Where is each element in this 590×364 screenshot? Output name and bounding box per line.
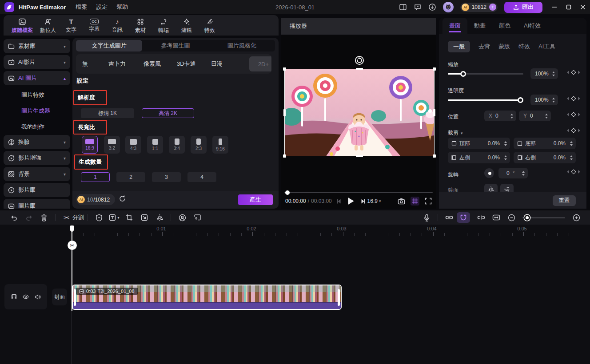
stepper-arrows[interactable] [570,155,573,160]
split-label[interactable]: 分割 [72,214,84,222]
maximize-icon[interactable] [566,4,571,10]
crop-right-field[interactable]: 右側 0.0% [514,152,576,163]
sidebar-item-background[interactable]: 背景 ▾ [4,167,70,181]
add-credits-button[interactable]: + [489,4,496,11]
zoom-in-icon[interactable] [569,214,584,222]
generate-button[interactable]: 產生 [238,194,273,205]
fit-timeline-icon[interactable] [489,214,504,221]
feedback-icon[interactable] [414,3,422,11]
stepper-arrows[interactable] [510,114,513,119]
style-none[interactable]: 無 [82,60,88,68]
link-icon[interactable] [442,214,457,221]
crop-bottom-field[interactable]: 底部 0.0% [514,138,576,149]
layout-icon[interactable] [399,3,407,11]
menu-settings[interactable]: 設定 [96,3,108,11]
playhead-handle[interactable] [70,226,74,232]
redo-icon[interactable] [21,214,36,222]
tab-image-stylize[interactable]: 圖片風格化 [209,40,275,51]
style-pixel[interactable]: 像素風 [144,60,161,68]
mirror-tool-icon[interactable] [152,214,167,221]
crop-section[interactable]: 裁剪 ▾ [448,129,463,137]
ribbon-filters[interactable]: 濾鏡 [175,18,198,34]
count-3-button[interactable]: 3 [152,172,181,182]
stepper-arrows[interactable] [552,71,555,76]
next-keyframe-icon[interactable] [578,170,580,174]
next-keyframe-icon[interactable] [578,113,580,116]
unlink-icon[interactable] [474,214,489,221]
sidebar-item-my-creations[interactable]: 我的創作 [4,119,70,135]
ribbon-stickers[interactable]: 素材 [129,18,152,34]
opacity-stepper[interactable]: 100% [530,95,558,105]
minimize-icon[interactable] [552,4,557,10]
sidebar-item-video-library[interactable]: 影片庫 [4,183,70,197]
position-y-stepper[interactable]: Y 0 [519,111,551,121]
prev-keyframe-icon[interactable] [567,129,569,132]
snapshot-icon[interactable] [398,198,405,205]
count-4-button[interactable]: 4 [187,172,216,182]
face-tool-icon[interactable] [175,214,190,222]
grid-icon[interactable] [411,197,419,206]
stepper-arrows[interactable] [522,171,525,176]
sidebar-item-ai-image[interactable]: AI 圖片 ▴ [4,71,70,85]
prev-keyframe-icon[interactable] [567,170,569,174]
stepper-arrows[interactable] [504,141,507,146]
tab-ai-effects[interactable]: AI特效 [517,18,547,34]
download-icon[interactable] [428,3,436,11]
import-media-icon[interactable] [137,214,152,221]
tab-frame[interactable]: 畫面 [442,18,467,34]
sidebar-item-image-library[interactable]: 圖片庫 [4,199,70,209]
clip-trim-handle-left[interactable] [74,289,76,306]
text-tool-icon[interactable]: ▾ [107,214,122,222]
timeline-zoom-slider[interactable] [522,215,565,220]
subtab-remove-bg[interactable]: 去背 [478,43,490,51]
aspect-9-16[interactable]: 9:16 [212,136,228,154]
clip-trim-handle-right[interactable] [338,289,340,306]
close-icon[interactable] [580,4,586,10]
subtab-ai-tools[interactable]: AI工具 [538,43,555,51]
ribbon-audio[interactable]: ♪ 音訊 [106,18,129,34]
opacity-slider-knob[interactable] [518,97,523,103]
playhead[interactable] [72,226,72,311]
subtab-mask[interactable]: 蒙版 [498,43,510,51]
crop-left-field[interactable]: 左側 0.0% [448,152,510,163]
filmstrip-icon[interactable] [11,294,17,300]
resolution-2k-button[interactable]: 高清 2K [142,108,194,118]
cover-button[interactable]: 封面 [52,289,67,305]
aspect-2-3[interactable]: 2:3 [191,136,207,154]
ribbon-effects[interactable]: 特效 [198,18,221,34]
stepper-arrows[interactable] [552,98,555,103]
prev-keyframe-icon[interactable] [567,97,569,100]
tab-reference-to-image[interactable]: 參考圖生圖 [142,40,208,51]
video-clip[interactable]: 0:03 T2I_2026_01_08 [72,285,342,310]
ribbon-media[interactable]: 媒體檔案 [8,18,36,34]
badge-icon[interactable] [92,214,107,222]
export-frame-icon[interactable] [190,214,205,221]
split-icon[interactable]: ✂ [59,214,74,222]
ribbon-digital-human[interactable]: 數位人 [36,18,60,34]
next-keyframe-icon[interactable] [578,97,580,100]
eye-icon[interactable] [23,294,29,299]
ribbon-subtitle[interactable]: CC 字幕 [83,19,106,33]
refresh-icon[interactable] [119,195,126,202]
timeline-zoom-knob[interactable] [524,215,530,221]
rotate-stepper[interactable]: 0 ° [498,168,528,178]
prev-frame-icon[interactable] [336,198,342,204]
style-ghibli[interactable]: 吉卜力 [108,60,126,68]
export-button[interactable]: 匯出 [504,2,542,13]
count-1-button[interactable]: 1 [81,172,110,182]
sidebar-item-ai-video[interactable]: AI影片 ▾ [4,55,70,69]
style-anime[interactable]: 日漫 [211,60,223,68]
next-keyframe-icon[interactable] [578,71,580,74]
sidebar-item-face-swap[interactable]: 換臉 ▾ [4,135,70,149]
sidebar-item-media-library[interactable]: 素材庫 ▾ [4,39,70,53]
next-keyframe-icon[interactable] [578,129,580,132]
scale-stepper[interactable]: 100% [530,68,558,79]
credits-pill[interactable]: AI 10812 + [460,3,498,12]
add-keyframe-icon[interactable] [571,169,576,174]
aspect-3-4[interactable]: 3:4 [169,136,185,154]
style-2d-plus[interactable]: 2D+ [249,56,271,71]
tab-animation[interactable]: 動畫 [467,18,492,34]
aspect-16-9[interactable]: 16:9 [82,136,98,154]
tab-text-to-image[interactable]: 文字生成圖片 [76,40,142,51]
prev-keyframe-icon[interactable] [567,113,569,116]
